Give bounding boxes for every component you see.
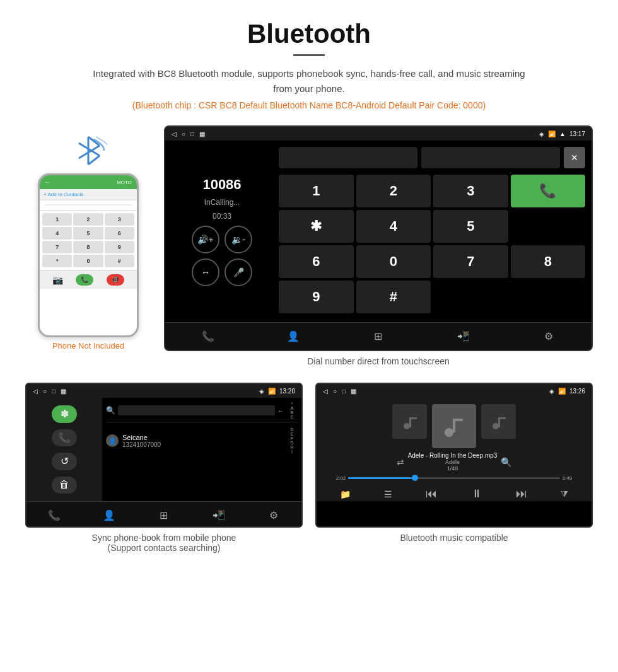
search-input[interactable]	[118, 405, 275, 415]
volume-up-button[interactable]: 🔊+	[192, 226, 219, 253]
key-2[interactable]: 2	[73, 213, 103, 226]
phonebook-content: ✽ 📞 ↺ 🗑 🔍 ← * A	[26, 398, 301, 501]
volume-down-button[interactable]: 🔉-	[224, 226, 252, 253]
kp-3[interactable]: 3	[433, 175, 508, 207]
dial-input-row: ✕	[279, 147, 585, 168]
dial-text-input-2[interactable]	[421, 147, 560, 168]
phone-end-button[interactable]: 📵	[107, 274, 124, 286]
recents-icon: □	[190, 130, 194, 137]
transfer-button[interactable]: ↔	[192, 258, 219, 286]
search-music-icon[interactable]: 🔍	[501, 457, 511, 467]
pb-recents-icon: □	[52, 388, 55, 395]
music-note-icon-1	[400, 412, 419, 431]
key-6[interactable]: 6	[105, 227, 134, 240]
album-art-3	[481, 404, 516, 439]
playlist-icon[interactable]: ☰	[384, 489, 392, 499]
alpha-star: *	[291, 402, 293, 406]
key-7[interactable]: 7	[42, 241, 72, 253]
key-star[interactable]: *	[42, 255, 72, 267]
pb-nav-settings[interactable]: ⚙	[261, 503, 286, 528]
key-0[interactable]: 0	[73, 255, 103, 267]
nav-dialpad-icon[interactable]: ⊞	[366, 324, 391, 349]
album-art-1	[392, 404, 427, 439]
pb-bt-icon[interactable]: ✽	[52, 405, 77, 423]
pb-avatar: 👤	[106, 434, 119, 447]
kp-star[interactable]: ✱	[279, 210, 354, 243]
ms-time: 13:26	[569, 388, 585, 395]
folder-icon[interactable]: 📁	[340, 489, 351, 499]
kp-9[interactable]: 9	[279, 281, 354, 313]
svg-rect-7	[409, 417, 417, 419]
phone-carrier: MOTO	[117, 180, 132, 185]
pb-nav-transfer[interactable]: 📲	[206, 503, 231, 528]
page-title: Bluetooth	[25, 19, 593, 49]
kp-4[interactable]: 4	[356, 210, 431, 243]
kp-6[interactable]: 6	[279, 245, 354, 278]
play-pause-icon[interactable]: ⏸	[471, 487, 482, 501]
home-icon: ○	[182, 130, 185, 137]
title-divider	[293, 54, 325, 56]
kp-8[interactable]: 8	[511, 245, 586, 278]
alpha-b: B	[291, 410, 294, 415]
kp-7[interactable]: 7	[433, 245, 508, 278]
key-4[interactable]: 4	[42, 227, 72, 240]
kp-1[interactable]: 1	[279, 175, 354, 207]
kp-2[interactable]: 2	[356, 175, 431, 207]
nav-phone-icon[interactable]: 📞	[195, 324, 221, 349]
key-9[interactable]: 9	[105, 241, 134, 253]
nav-contacts-icon[interactable]: 👤	[281, 324, 306, 349]
equalizer-icon[interactable]: ⧩	[561, 489, 568, 499]
pb-delete-icon[interactable]: 🗑	[52, 477, 77, 494]
kp-call-button[interactable]: 📞	[511, 175, 586, 207]
phonebook-caption: Sync phone-book from mobile phone(Suppor…	[25, 533, 303, 553]
phone-keypad-display	[40, 200, 137, 211]
next-icon[interactable]: ⏭	[516, 487, 527, 501]
pb-sync-icon[interactable]: ↺	[52, 453, 77, 470]
phone-camera-icon: 📷	[52, 275, 63, 285]
prev-icon[interactable]: ⏮	[426, 487, 437, 501]
pb-nav-dialpad[interactable]: ⊞	[151, 503, 177, 528]
pb-nav-phone[interactable]: 📞	[42, 503, 67, 528]
key-8[interactable]: 8	[73, 241, 103, 253]
phone-keypad: 1 2 3 4 5 6 7 8 9 * 0 #	[40, 211, 137, 270]
progress-fill	[348, 477, 412, 479]
nav-settings-icon[interactable]: ⚙	[536, 324, 561, 349]
progress-track[interactable]	[348, 477, 559, 479]
progress-dot	[412, 475, 418, 481]
key-5[interactable]: 5	[73, 227, 103, 240]
phonebook-panel: ◁ ○ □ ▦ ◈ 📶 13:20 ✽	[25, 383, 303, 553]
key-3[interactable]: 3	[105, 213, 134, 226]
music-progress-bar: 2:02 3:49	[336, 475, 572, 481]
svg-point-8	[445, 428, 453, 437]
description-text: Integrated with BC8 Bluetooth module, su…	[88, 66, 530, 96]
pb-nav-contacts[interactable]: 👤	[96, 503, 122, 528]
music-status-bar: ◁ ○ □ ▦ ◈ 📶 13:26	[317, 384, 592, 398]
pb-call-icon[interactable]: 📞	[52, 429, 77, 447]
key-hash[interactable]: #	[105, 255, 134, 267]
pb-signal-icon: 📶	[268, 388, 276, 395]
phone-call-button[interactable]: 📞	[76, 274, 93, 286]
kp-0[interactable]: 0	[356, 245, 431, 278]
dial-bottom-nav: 📞 👤 ⊞ 📲 ⚙	[165, 322, 592, 350]
dial-text-input[interactable]	[279, 147, 417, 168]
pb-time: 13:20	[279, 388, 295, 395]
kp-5[interactable]: 5	[433, 210, 508, 243]
dial-info-panel: 10086 InCalling... 00:33 🔊+ 🔉- ↔ 🎤	[172, 147, 272, 316]
phonebook-screen: ◁ ○ □ ▦ ◈ 📶 13:20 ✽	[25, 383, 303, 528]
mic-button[interactable]: 🎤	[224, 258, 252, 286]
music-caption: Bluetooth music compatible	[315, 533, 593, 543]
phone-bottom-bar: 📷 📞 📵	[40, 270, 137, 289]
svg-line-3	[88, 156, 100, 165]
nav-transfer-icon[interactable]: 📲	[451, 324, 476, 349]
key-1[interactable]: 1	[42, 213, 72, 226]
dial-call-duration: 00:33	[213, 212, 231, 221]
phone-top-bar: ← MOTO	[40, 175, 137, 189]
dial-delete-button[interactable]: ✕	[564, 147, 585, 168]
dial-call-status: InCalling...	[204, 198, 240, 207]
title-section: Bluetooth Integrated with BC8 Bluetooth …	[25, 19, 593, 110]
svg-rect-10	[453, 419, 463, 421]
kp-hash[interactable]: #	[356, 281, 431, 313]
shuffle-icon[interactable]: ⇄	[397, 457, 404, 467]
ms-back-icon: ◁	[323, 388, 328, 395]
status-bar-right: ◈ 📶 ▲ 13:17	[539, 130, 585, 137]
